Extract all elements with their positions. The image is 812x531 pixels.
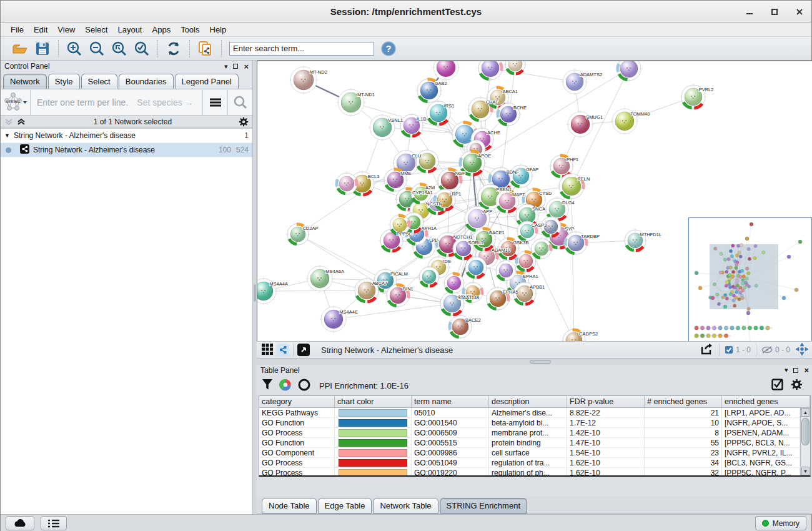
- pie-chart-icon[interactable]: [279, 379, 292, 393]
- detach-view-icon[interactable]: [297, 344, 310, 356]
- tab-network-table[interactable]: Network Table: [373, 498, 438, 514]
- export-view-icon[interactable]: [700, 343, 714, 357]
- column-header-chart-color[interactable]: chart color: [335, 396, 412, 407]
- column-header-enriched-genes[interactable]: enriched genes: [722, 396, 810, 407]
- birds-eye-toggle-icon[interactable]: [795, 342, 809, 358]
- scrollbar-thumb[interactable]: [801, 418, 810, 445]
- node-label: NCSTN: [426, 201, 442, 207]
- scroll-down-icon[interactable]: ▼: [801, 467, 810, 475]
- grid-view-icon[interactable]: [262, 344, 273, 357]
- column-header-category[interactable]: category: [259, 396, 335, 407]
- network-node[interactable]: [432, 61, 460, 82]
- panel-close-icon[interactable]: ×: [804, 366, 809, 374]
- cell-FDR-p-value: 1.62E-10: [567, 468, 645, 475]
- overview-node: [798, 240, 802, 244]
- memory-button[interactable]: Memory: [755, 516, 806, 530]
- panel-close-icon[interactable]: ×: [244, 62, 249, 71]
- table-row[interactable]: GO ProcessGO:0019220regulation of ph...1…: [259, 468, 800, 475]
- menu-file[interactable]: File: [6, 24, 29, 36]
- tab-boundaries[interactable]: Boundaries: [119, 74, 174, 89]
- column-header-description[interactable]: description: [489, 396, 567, 407]
- string-search-icon[interactable]: [227, 90, 252, 115]
- tab-select[interactable]: Select: [81, 74, 117, 89]
- task-history-button[interactable]: [41, 516, 67, 530]
- node-label: PHF1: [567, 157, 578, 162]
- save-session-icon[interactable]: [34, 41, 51, 57]
- table-row[interactable]: GO FunctionGO:0005515protein binding1.47…: [259, 438, 800, 448]
- zoom-selected-icon[interactable]: [134, 41, 150, 57]
- table-splitter[interactable]: [257, 359, 812, 365]
- network-edge: [472, 69, 629, 163]
- enrichment-table: categorychart colorterm namedescriptionF…: [259, 395, 811, 477]
- menu-edit[interactable]: Edit: [29, 24, 52, 36]
- tab-string-enrichment[interactable]: STRING Enrichment: [440, 498, 527, 514]
- tab-node-table[interactable]: Node Table: [262, 498, 317, 514]
- menu-apps[interactable]: Apps: [147, 24, 176, 36]
- column-header-FDR-p-value[interactable]: FDR p-value: [567, 396, 645, 407]
- cell--enriched-genes: 10: [645, 418, 722, 427]
- ring-chart-icon[interactable]: [298, 379, 310, 393]
- cloud-status-button[interactable]: [6, 516, 34, 530]
- hidden-eye-icon: [761, 345, 773, 354]
- zoom-fit-icon[interactable]: [111, 41, 127, 57]
- tab-network[interactable]: Network: [3, 74, 47, 89]
- string-query-input[interactable]: Enter one term per line. Set species →: [31, 97, 202, 107]
- select-terms-icon[interactable]: [771, 379, 783, 392]
- open-session-icon[interactable]: [12, 41, 28, 57]
- zoom-in-icon[interactable]: [66, 41, 82, 57]
- maximize-button[interactable]: [769, 6, 780, 17]
- menu-view[interactable]: View: [52, 24, 80, 36]
- table-scrollbar[interactable]: ▲ ▼: [800, 408, 810, 475]
- enrichment-settings-gear-icon[interactable]: [791, 379, 803, 392]
- network-node[interactable]: [415, 149, 440, 174]
- node-label: BIN1: [403, 286, 413, 292]
- cell-category: KEGG Pathways: [259, 408, 335, 417]
- menu-select[interactable]: Select: [80, 24, 112, 36]
- column-header-term-name[interactable]: term name: [412, 396, 489, 407]
- help-icon[interactable]: ?: [380, 41, 397, 57]
- search-input[interactable]: [229, 42, 374, 56]
- node-label: TARDBP: [581, 234, 600, 239]
- tab-legend-panel[interactable]: Legend Panel: [175, 74, 239, 89]
- string-search-bar: STRING Enter one term per line. Set spec…: [1, 89, 252, 116]
- column-header--enriched-genes[interactable]: # enriched genes: [645, 396, 722, 407]
- table-row[interactable]: GO FunctionGO:0001540beta-amyloid bi...1…: [259, 418, 800, 428]
- node-label: IDE: [443, 259, 451, 264]
- network-overview-panel[interactable]: [688, 217, 812, 341]
- network-canvas[interactable]: MT-ND2MT-ND1VSNL1GAB2IRS1CHATABCA1BCHEIL…: [257, 61, 812, 341]
- table-row[interactable]: GO ComponentGO:0009986cell surface1.54E-…: [259, 448, 800, 458]
- table-row[interactable]: GO ProcessGO:0051049regulation of tra...…: [259, 458, 800, 468]
- filter-icon[interactable]: [262, 379, 273, 392]
- export-network-icon[interactable]: [197, 41, 214, 57]
- table-row[interactable]: KEGG Pathways05010Alzheimer's dise...8.8…: [259, 408, 800, 418]
- zoom-out-icon[interactable]: [89, 41, 105, 57]
- network-share-icon[interactable]: [277, 344, 289, 356]
- network-options-gear-icon[interactable]: [239, 117, 249, 127]
- expand-all-icon[interactable]: [17, 118, 27, 126]
- menu-help[interactable]: Help: [205, 24, 232, 36]
- menu-tools[interactable]: Tools: [176, 24, 204, 36]
- string-menu-icon[interactable]: [202, 90, 227, 115]
- table-row[interactable]: GO ProcessGO:0006509membrane prot...1.42…: [259, 428, 800, 438]
- tab-edge-table[interactable]: Edge Table: [318, 498, 372, 514]
- cell-category: GO Component: [259, 448, 335, 457]
- network-node[interactable]: [616, 61, 643, 82]
- collapse-all-icon[interactable]: [4, 118, 14, 126]
- panel-float-icon[interactable]: [793, 368, 798, 373]
- panel-menu-icon[interactable]: ▾: [224, 63, 228, 70]
- close-button[interactable]: [794, 6, 805, 17]
- string-logo-dropdown[interactable]: STRING: [1, 90, 31, 115]
- scroll-up-icon[interactable]: ▲: [801, 408, 810, 417]
- collection-caret-icon[interactable]: ▼: [4, 132, 10, 139]
- network-node[interactable]: [477, 61, 504, 82]
- network-collection-row[interactable]: ▼ String Network - Alzheimer's disease 1: [1, 129, 252, 143]
- refresh-icon[interactable]: [166, 41, 182, 57]
- minimize-button[interactable]: [744, 6, 755, 17]
- overview-singleton-node: [712, 334, 716, 337]
- cell-description: Alzheimer's dise...: [489, 408, 567, 417]
- panel-float-icon[interactable]: [233, 64, 238, 69]
- panel-menu-icon[interactable]: ▾: [785, 367, 788, 374]
- tab-style[interactable]: Style: [48, 74, 80, 89]
- menu-layout[interactable]: Layout: [112, 24, 147, 36]
- network-row[interactable]: String Network - Alzheimer's disease 100…: [1, 143, 252, 157]
